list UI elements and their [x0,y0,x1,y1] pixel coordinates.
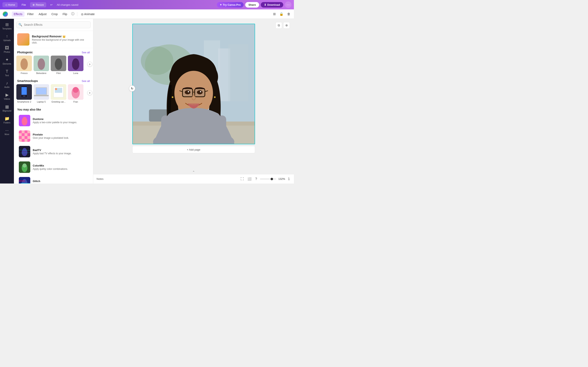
effect-badtv[interactable]: BadTV Apply bad TV effects to your image… [16,144,91,159]
apps-icon-button[interactable]: ⊞ [272,11,277,17]
rotate-button[interactable]: ↻ [129,85,135,92]
info-icon: ⓘ [71,12,75,16]
sidebar-item-audio[interactable]: ♪ Audio [1,79,13,90]
pixelate-info: Pixelate Give your image a pixelated loo… [33,133,69,139]
sidebar-item-elements[interactable]: ✦ Elements [1,56,13,67]
more-label: ··· [287,3,290,7]
adjust-tab[interactable]: Adjust [37,11,49,17]
badtv-desc: Apply bad TV effects to your image. [33,152,72,155]
home-button[interactable]: ◁ Home [2,2,17,7]
page-count-button[interactable]: 1 [287,176,291,182]
zoom-slider[interactable] [260,179,276,179]
file-button[interactable]: File [19,2,28,7]
photogenic-belvedere[interactable]: Belvedere [34,56,49,74]
notes-label[interactable]: Notes [96,177,103,180]
download-button[interactable]: ⬇ Download [261,2,283,8]
sidebar-item-photos[interactable]: 🖼 Photos [1,44,13,55]
canva-pro-button[interactable]: ✦ Try Canva Pro [217,2,243,8]
bg-remover-thumb-inner [17,33,29,46]
more-options-button[interactable]: ··· [285,1,291,8]
crop-label: Crop [51,12,58,16]
greeting-thumbnail [51,84,66,100]
smartmockups-section-header: Smartmockups See all [14,77,93,84]
templates-icon: ⊞ [5,22,9,27]
crop-tab[interactable]: Crop [50,11,60,17]
collapse-button[interactable]: ⌃ [190,170,198,174]
duotone-name: Duotone [33,117,77,121]
smartmockup-smartphone[interactable]: Smartphone 2 [16,84,32,103]
background-icon: ▦ [5,104,9,109]
smartmockup-fran[interactable]: Fran [68,84,84,103]
effects-panel: 🔍 Background Remover 👑 Remove the backgr… [14,19,93,184]
copy-button[interactable]: ⧉ [275,22,282,29]
smartmockups-next-chevron[interactable]: › [87,90,92,95]
resize-label: Resize [36,3,44,6]
folders-label: Folders [3,122,10,124]
bottom-bar-right: ⛶ ⬜ ? 132% 1 [240,176,291,182]
topbar-left: ◁ Home File ⊕ Resize ↩ All changes saved [2,2,215,7]
effects-tab[interactable]: Effects [12,11,25,17]
add-icon: ⊕ [285,24,288,27]
secondary-toolbar: Effects Filter Adjust Crop Flip ⓘ ◎ Anim… [0,9,294,19]
fullscreen-button[interactable]: ⛶ [240,176,245,182]
page-view-icon: ⬜ [247,177,252,181]
sidebar-item-text[interactable]: T Text [1,67,13,78]
svg-point-46 [23,163,26,167]
videos-icon: ▶ [6,92,9,97]
zoom-thumb [271,178,273,180]
effect-pixelate[interactable]: Pixelate Give your image a pixelated loo… [16,128,91,144]
photogenic-luna[interactable]: Luna [68,56,84,74]
sidebar-item-uploads[interactable]: ↑ Uploads [1,32,13,43]
photogenic-flint[interactable]: Flint [51,56,66,74]
undo-button[interactable]: ↩ [48,2,55,7]
help-button[interactable]: ? [255,176,258,182]
bg-remover-thumbnail [17,33,29,46]
sidebar-item-templates[interactable]: ⊞ Templates [1,20,13,32]
more-icon: ··· [5,128,9,133]
add-page-button[interactable]: + Add page [132,146,255,153]
share-button[interactable]: Share [245,2,259,8]
sidebar-item-more[interactable]: ··· More [1,126,13,137]
photogenic-fresco[interactable]: Fresco [16,56,32,74]
photogenic-see-all[interactable]: See all [82,51,90,54]
background-remover-item[interactable]: Background Remover 👑 Remove the backgrou… [14,31,93,48]
elements-label: Elements [3,63,11,65]
color-palette-swatch[interactable] [2,11,8,17]
duotone-desc: Apply a two-color palette to your images… [33,121,77,124]
delete-button[interactable]: 🗑 [286,11,291,17]
canvas-controls: ⧉ ⊕ [275,22,290,29]
photogenic-next-chevron[interactable]: › [87,62,92,67]
svg-point-80 [197,90,203,94]
resize-icon: ⊕ [33,3,35,6]
flip-tab[interactable]: Flip [60,11,69,17]
download-label: Download [267,3,280,6]
lock-button[interactable]: 🔒 [278,11,284,17]
smartmockups-see-all[interactable]: See all [82,79,90,83]
canvas-frame[interactable] [132,24,255,144]
filter-tab[interactable]: Filter [25,11,36,17]
resize-button[interactable]: ⊕ Resize [30,2,46,7]
bg-remover-title: Background Remover 👑 [32,35,90,38]
smartmockup-greeting[interactable]: Greeting car... [51,84,66,103]
main-layout: ⊞ Templates ↑ Uploads 🖼 Photos ✦ Element… [0,19,294,184]
info-button[interactable]: ⓘ [70,11,76,17]
svg-rect-33 [25,130,27,133]
search-input[interactable] [16,21,91,28]
templates-label: Templates [2,28,12,30]
effect-glitch[interactable]: Glitch Apply glitch effects to your imag… [16,175,91,184]
effect-duotone[interactable]: Duotone Apply a two-color palette to you… [16,113,91,128]
animate-tab[interactable]: ◎ Animate [79,11,97,17]
canvas-image [133,24,255,144]
fresco-thumbnail [16,56,32,71]
download-icon: ⬇ [264,3,266,6]
add-element-button[interactable]: ⊕ [283,22,290,29]
flint-thumbnail [51,56,66,71]
effect-colormix[interactable]: ColorMix Apply quirky color combinations… [16,159,91,175]
sidebar-item-folders[interactable]: 📁 Folders [1,114,13,125]
toolbar-separator-2 [77,12,77,16]
smartmockup-laptop[interactable]: Laptop 5 [34,84,49,103]
sidebar-item-videos[interactable]: ▶ Videos [1,91,13,102]
add-page-label: + Add page [187,148,200,151]
sidebar-item-background[interactable]: ▦ Bkground [1,103,13,114]
page-view-button[interactable]: ⬜ [247,176,252,182]
